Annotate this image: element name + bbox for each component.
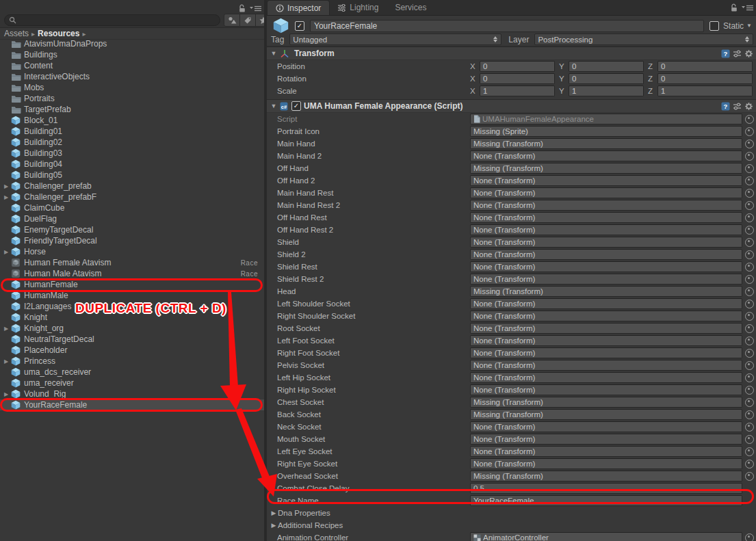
right-shoulder-socket-field[interactable]: None (Transform)	[470, 311, 742, 321]
tab-inspector[interactable]: Inspector	[267, 0, 330, 15]
project-item-humanmale[interactable]: HumanMale	[0, 290, 264, 301]
expand-arrow-icon[interactable]: ▶	[1, 194, 11, 200]
left-shoulder-socket-field[interactable]: None (Transform)	[470, 298, 742, 309]
script-field[interactable]: UMAHumanFemaleAppearance	[470, 114, 742, 124]
foldout-collapsed-icon[interactable]: ▶	[270, 522, 278, 529]
portrait-icon-field[interactable]: Missing (Sprite)	[470, 126, 742, 137]
shield-rest-field[interactable]: None (Transform)	[470, 261, 742, 272]
project-item-knight-org[interactable]: ▶Knight_org	[0, 323, 264, 334]
object-picker-icon[interactable]	[745, 373, 754, 382]
foldout-additional-recipes[interactable]: ▶Additional Recipes	[267, 519, 756, 531]
object-picker-icon[interactable]	[745, 361, 754, 370]
object-picker-icon[interactable]	[745, 349, 754, 358]
neck-socket-field[interactable]: None (Transform)	[470, 421, 742, 432]
project-item-enemytargetdecal[interactable]: EnemyTargetDecal	[0, 224, 264, 235]
project-item-building02[interactable]: Building02	[0, 137, 264, 148]
animation-controller-field[interactable]: AnimatorController	[470, 532, 742, 541]
project-item-targetprefab[interactable]: TargetPrefab	[0, 104, 264, 115]
rotation-z-field[interactable]: 0	[657, 73, 753, 84]
object-picker-icon[interactable]	[745, 213, 754, 222]
object-picker-icon[interactable]	[745, 533, 754, 541]
object-picker-icon[interactable]	[745, 140, 754, 148]
project-item-human-male-atavism[interactable]: Human Male AtavismRace	[0, 268, 264, 279]
project-item-yourracefemale[interactable]: YourRaceFemale	[0, 399, 264, 410]
expand-arrow-icon[interactable]: ▶	[1, 249, 11, 255]
tag-dropdown[interactable]: Untagged	[289, 34, 501, 45]
search-by-type-button[interactable]	[224, 14, 240, 27]
project-item-building01[interactable]: Building01	[0, 126, 264, 137]
search-input[interactable]	[4, 14, 220, 26]
object-picker-icon[interactable]	[745, 152, 754, 161]
object-picker-icon[interactable]	[745, 312, 754, 321]
left-eye-socket-field[interactable]: None (Transform)	[470, 446, 742, 457]
project-item-uma-receiver[interactable]: uma_receiver	[0, 378, 264, 388]
scale-z-field[interactable]: 1	[657, 85, 753, 96]
rotation-x-field[interactable]: 0	[480, 73, 555, 84]
object-picker-icon[interactable]	[745, 398, 754, 407]
project-item-princess[interactable]: ▶Princess	[0, 356, 264, 367]
object-picker-icon[interactable]	[745, 423, 754, 432]
race-name-field[interactable]: YourRaceFemale	[470, 495, 742, 506]
project-item-building04[interactable]: Building04	[0, 159, 264, 170]
tab-services[interactable]: Services	[387, 0, 434, 15]
search-by-label-button[interactable]	[240, 14, 256, 27]
project-item-placeholder[interactable]: Placeholder	[0, 345, 264, 356]
shield-2-field[interactable]: None (Transform)	[470, 249, 742, 260]
object-picker-icon[interactable]	[745, 472, 754, 481]
chest-socket-field[interactable]: Missing (Transform)	[470, 397, 742, 408]
object-picker-icon[interactable]	[745, 435, 754, 444]
project-item-human-female-atavism[interactable]: Human Female AtavismRace	[0, 257, 264, 268]
help-book-icon[interactable]: ?	[721, 49, 730, 58]
project-item-interactiveobjects[interactable]: InteractiveObjects	[0, 71, 264, 82]
off-hand-field[interactable]: Missing (Transform)	[470, 163, 742, 174]
object-picker-icon[interactable]	[745, 115, 754, 124]
object-picker-icon[interactable]	[745, 386, 754, 395]
project-item-neutraltargetdecal[interactable]: NeutralTargetDecal	[0, 334, 264, 345]
layer-dropdown[interactable]: PostProcessing	[534, 34, 753, 45]
object-picker-icon[interactable]	[745, 447, 754, 456]
expand-arrow-icon[interactable]: ▶	[1, 326, 11, 332]
project-item-atavismumadnaprops[interactable]: AtavismUmaDnaProps	[0, 38, 264, 49]
shield-rest-2-field[interactable]: None (Transform)	[470, 274, 742, 285]
project-item-duelflag[interactable]: DuelFlag	[0, 213, 264, 224]
project-item-horse[interactable]: ▶Horse	[0, 246, 264, 257]
back-socket-field[interactable]: Missing (Transform)	[470, 409, 742, 420]
presets-icon[interactable]	[733, 49, 742, 58]
gameobject-name-field[interactable]: YourRaceFemale	[310, 20, 704, 32]
scale-y-field[interactable]: 1	[569, 85, 644, 96]
project-item-claimcube[interactable]: ClaimCube	[0, 202, 264, 213]
project-item-portraits[interactable]: Portraits	[0, 93, 264, 104]
gear-icon[interactable]	[744, 49, 753, 58]
off-hand-rest-field[interactable]: None (Transform)	[470, 212, 742, 223]
object-picker-icon[interactable]	[745, 337, 754, 345]
right-foot-socket-field[interactable]: None (Transform)	[470, 347, 742, 358]
project-item-friendlytargetdecal[interactable]: FriendlyTargetDecal	[0, 235, 264, 246]
mouth-socket-field[interactable]: None (Transform)	[470, 434, 742, 445]
panel-menu-icon[interactable]	[250, 5, 261, 12]
expand-arrow-icon[interactable]: ▶	[1, 391, 11, 397]
object-picker-icon[interactable]	[745, 226, 754, 235]
breadcrumb-root[interactable]: Assets	[4, 29, 29, 38]
object-picker-icon[interactable]	[745, 287, 754, 296]
object-picker-icon[interactable]	[745, 189, 754, 198]
object-picker-icon[interactable]	[745, 410, 754, 419]
static-dropdown-icon[interactable]: ▼	[746, 23, 752, 29]
foldout-expanded-icon[interactable]: ▼	[270, 103, 278, 109]
breadcrumb-current[interactable]: Resources	[38, 29, 79, 38]
pelvis-socket-field[interactable]: None (Transform)	[470, 360, 742, 371]
presets-icon[interactable]	[733, 102, 742, 111]
project-item-buildings[interactable]: Buildings	[0, 49, 264, 60]
project-item-challenger-prefabf[interactable]: ▶Challenger_prefabF	[0, 192, 264, 202]
left-foot-socket-field[interactable]: None (Transform)	[470, 335, 742, 346]
left-hip-socket-field[interactable]: None (Transform)	[470, 372, 742, 383]
object-picker-icon[interactable]	[745, 275, 754, 284]
lock-icon[interactable]	[239, 4, 246, 12]
project-item-volund-rig[interactable]: ▶Volund_Rig	[0, 388, 264, 399]
position-z-field[interactable]: 0	[657, 61, 753, 72]
foldout-dna-properties[interactable]: ▶Dna Properties	[267, 507, 756, 519]
rotation-y-field[interactable]: 0	[569, 73, 644, 84]
right-eye-socket-field[interactable]: None (Transform)	[470, 458, 742, 469]
project-item-i2languages[interactable]: I2Languages	[0, 301, 264, 312]
expand-arrow-icon[interactable]: ▶	[1, 358, 11, 365]
off-hand-2-field[interactable]: None (Transform)	[470, 175, 742, 186]
